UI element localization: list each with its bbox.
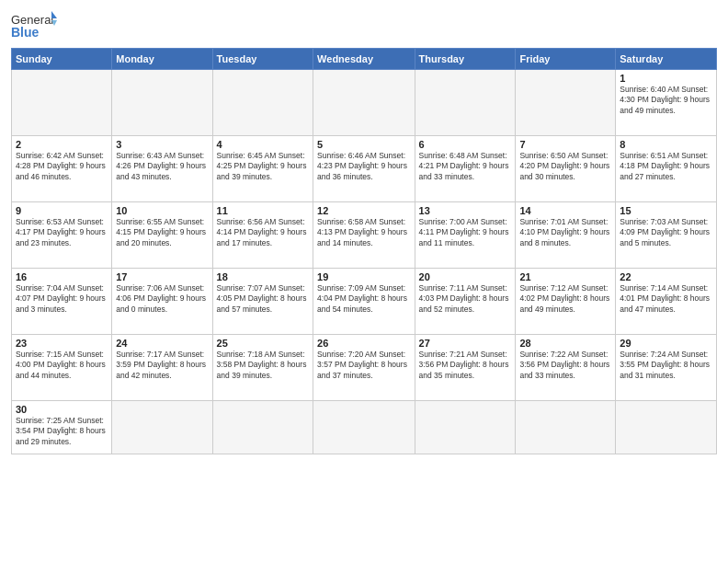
day-info: Sunrise: 6:42 AM Sunset: 4:28 PM Dayligh… <box>16 151 108 182</box>
day-info: Sunrise: 7:21 AM Sunset: 3:56 PM Dayligh… <box>419 350 512 381</box>
weekday-friday: Friday <box>516 49 616 70</box>
weekday-saturday: Saturday <box>616 49 717 70</box>
day-info: Sunrise: 7:24 AM Sunset: 3:55 PM Dayligh… <box>620 350 712 381</box>
calendar-cell: 22Sunrise: 7:14 AM Sunset: 4:01 PM Dayli… <box>616 269 717 335</box>
weekday-sunday: Sunday <box>12 49 112 70</box>
page: General Blue SundayMondayTuesdayWednesda… <box>0 0 728 563</box>
day-info: Sunrise: 6:56 AM Sunset: 4:14 PM Dayligh… <box>217 217 309 248</box>
calendar-cell <box>112 70 212 136</box>
calendar-cell: 24Sunrise: 7:17 AM Sunset: 3:59 PM Dayli… <box>112 335 212 401</box>
day-info: Sunrise: 6:53 AM Sunset: 4:17 PM Dayligh… <box>16 217 108 248</box>
calendar-cell: 13Sunrise: 7:00 AM Sunset: 4:11 PM Dayli… <box>415 202 516 269</box>
day-info: Sunrise: 7:15 AM Sunset: 4:00 PM Dayligh… <box>16 350 108 381</box>
calendar-cell: 23Sunrise: 7:15 AM Sunset: 4:00 PM Dayli… <box>12 335 112 401</box>
day-info: Sunrise: 7:07 AM Sunset: 4:05 PM Dayligh… <box>217 283 309 315</box>
day-number: 9 <box>16 205 108 216</box>
calendar-cell <box>212 401 313 454</box>
day-info: Sunrise: 6:46 AM Sunset: 4:23 PM Dayligh… <box>317 151 410 182</box>
day-info: Sunrise: 7:00 AM Sunset: 4:11 PM Dayligh… <box>419 217 512 248</box>
day-info: Sunrise: 7:11 AM Sunset: 4:03 PM Dayligh… <box>419 283 512 315</box>
day-number: 1 <box>620 73 712 84</box>
day-number: 17 <box>116 271 208 282</box>
day-info: Sunrise: 7:20 AM Sunset: 3:57 PM Dayligh… <box>317 350 410 381</box>
calendar-cell: 8Sunrise: 6:51 AM Sunset: 4:18 PM Daylig… <box>616 136 717 202</box>
day-info: Sunrise: 6:45 AM Sunset: 4:25 PM Dayligh… <box>217 151 309 182</box>
calendar-cell: 25Sunrise: 7:18 AM Sunset: 3:58 PM Dayli… <box>212 335 313 401</box>
calendar-cell: 27Sunrise: 7:21 AM Sunset: 3:56 PM Dayli… <box>415 335 516 401</box>
calendar-cell: 6Sunrise: 6:48 AM Sunset: 4:21 PM Daylig… <box>415 136 516 202</box>
calendar-cell <box>112 401 212 454</box>
day-info: Sunrise: 7:17 AM Sunset: 3:59 PM Dayligh… <box>116 350 208 381</box>
day-number: 7 <box>519 139 611 150</box>
calendar-cell: 7Sunrise: 6:50 AM Sunset: 4:20 PM Daylig… <box>516 136 616 202</box>
day-number: 20 <box>419 271 512 282</box>
calendar-cell: 19Sunrise: 7:09 AM Sunset: 4:04 PM Dayli… <box>313 269 415 335</box>
day-info: Sunrise: 7:06 AM Sunset: 4:06 PM Dayligh… <box>116 283 208 315</box>
day-number: 2 <box>16 139 108 150</box>
day-number: 19 <box>317 271 410 282</box>
day-number: 14 <box>519 205 611 216</box>
day-info: Sunrise: 6:55 AM Sunset: 4:15 PM Dayligh… <box>116 217 208 248</box>
weekday-monday: Monday <box>112 49 212 70</box>
calendar-cell <box>415 401 516 454</box>
calendar-cell: 18Sunrise: 7:07 AM Sunset: 4:05 PM Dayli… <box>212 269 313 335</box>
calendar-cell: 3Sunrise: 6:43 AM Sunset: 4:26 PM Daylig… <box>112 136 212 202</box>
day-number: 10 <box>116 205 208 216</box>
day-info: Sunrise: 7:25 AM Sunset: 3:54 PM Dayligh… <box>16 416 108 447</box>
calendar-cell: 2Sunrise: 6:42 AM Sunset: 4:28 PM Daylig… <box>12 136 112 202</box>
day-info: Sunrise: 6:43 AM Sunset: 4:26 PM Dayligh… <box>116 151 208 182</box>
calendar-cell: 15Sunrise: 7:03 AM Sunset: 4:09 PM Dayli… <box>616 202 717 269</box>
day-info: Sunrise: 7:09 AM Sunset: 4:04 PM Dayligh… <box>317 283 410 315</box>
calendar-cell: 20Sunrise: 7:11 AM Sunset: 4:03 PM Dayli… <box>415 269 516 335</box>
calendar-cell: 14Sunrise: 7:01 AM Sunset: 4:10 PM Dayli… <box>516 202 616 269</box>
day-number: 25 <box>217 338 309 349</box>
calendar-cell <box>616 401 717 454</box>
weekday-header-row: SundayMondayTuesdayWednesdayThursdayFrid… <box>12 49 717 70</box>
calendar-cell: 5Sunrise: 6:46 AM Sunset: 4:23 PM Daylig… <box>313 136 415 202</box>
day-info: Sunrise: 7:01 AM Sunset: 4:10 PM Dayligh… <box>519 217 611 248</box>
day-info: Sunrise: 7:03 AM Sunset: 4:09 PM Dayligh… <box>620 217 712 248</box>
day-number: 24 <box>116 338 208 349</box>
day-info: Sunrise: 6:58 AM Sunset: 4:13 PM Dayligh… <box>317 217 410 248</box>
calendar-cell <box>212 70 313 136</box>
calendar-cell <box>516 70 616 136</box>
calendar-cell: 28Sunrise: 7:22 AM Sunset: 3:56 PM Dayli… <box>516 335 616 401</box>
calendar-cell: 1Sunrise: 6:40 AM Sunset: 4:30 PM Daylig… <box>616 70 717 136</box>
day-number: 15 <box>620 205 712 216</box>
day-number: 26 <box>317 338 410 349</box>
day-number: 23 <box>16 338 108 349</box>
logo: General Blue <box>11 9 57 42</box>
weekday-tuesday: Tuesday <box>212 49 313 70</box>
svg-text:Blue: Blue <box>11 25 40 40</box>
day-info: Sunrise: 6:48 AM Sunset: 4:21 PM Dayligh… <box>419 151 512 182</box>
calendar-cell: 16Sunrise: 7:04 AM Sunset: 4:07 PM Dayli… <box>12 269 112 335</box>
calendar-cell: 12Sunrise: 6:58 AM Sunset: 4:13 PM Dayli… <box>313 202 415 269</box>
header: General Blue <box>11 9 717 42</box>
calendar-cell: 9Sunrise: 6:53 AM Sunset: 4:17 PM Daylig… <box>12 202 112 269</box>
day-info: Sunrise: 7:14 AM Sunset: 4:01 PM Dayligh… <box>620 283 712 315</box>
day-info: Sunrise: 7:04 AM Sunset: 4:07 PM Dayligh… <box>16 283 108 315</box>
calendar-cell: 4Sunrise: 6:45 AM Sunset: 4:25 PM Daylig… <box>212 136 313 202</box>
calendar-cell: 29Sunrise: 7:24 AM Sunset: 3:55 PM Dayli… <box>616 335 717 401</box>
day-number: 13 <box>419 205 512 216</box>
day-number: 4 <box>217 139 309 150</box>
day-number: 29 <box>620 338 712 349</box>
calendar-cell: 30Sunrise: 7:25 AM Sunset: 3:54 PM Dayli… <box>12 401 112 454</box>
calendar-cell <box>12 70 112 136</box>
calendar-cell <box>516 401 616 454</box>
day-number: 8 <box>620 139 712 150</box>
day-number: 30 <box>16 404 108 415</box>
weekday-thursday: Thursday <box>415 49 516 70</box>
day-number: 16 <box>16 271 108 282</box>
calendar-cell <box>313 401 415 454</box>
day-number: 18 <box>217 271 309 282</box>
day-info: Sunrise: 6:40 AM Sunset: 4:30 PM Dayligh… <box>620 85 712 116</box>
calendar-cell <box>313 70 415 136</box>
day-number: 6 <box>419 139 512 150</box>
calendar-cell <box>415 70 516 136</box>
generalblue-logo-svg: General Blue <box>11 9 57 42</box>
weekday-wednesday: Wednesday <box>313 49 415 70</box>
calendar-cell: 10Sunrise: 6:55 AM Sunset: 4:15 PM Dayli… <box>112 202 212 269</box>
day-info: Sunrise: 7:12 AM Sunset: 4:02 PM Dayligh… <box>519 283 611 315</box>
calendar-cell: 21Sunrise: 7:12 AM Sunset: 4:02 PM Dayli… <box>516 269 616 335</box>
